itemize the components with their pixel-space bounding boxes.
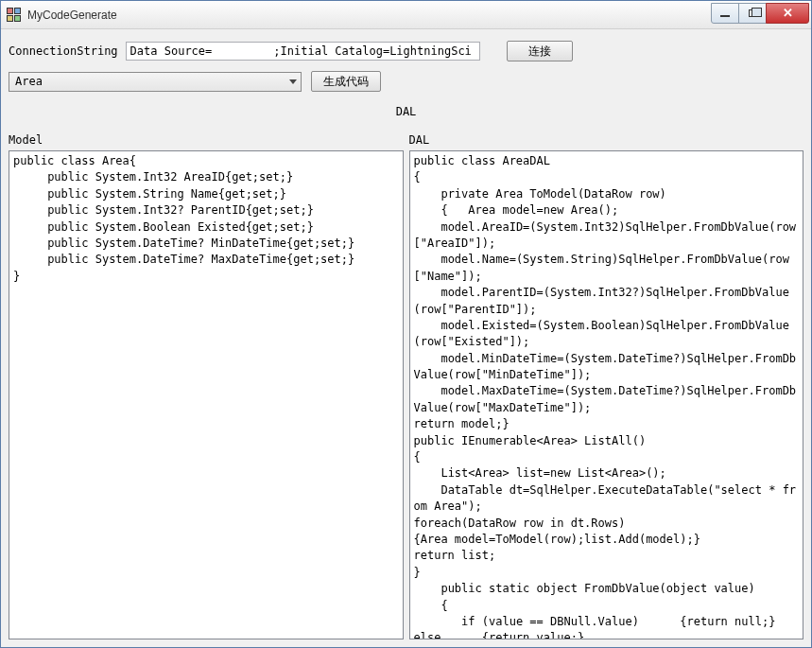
generate-button[interactable]: 生成代码	[311, 71, 381, 92]
generate-row: Area 生成代码	[9, 71, 803, 92]
dal-panel: DAL	[409, 133, 804, 639]
model-panel: Model	[9, 133, 404, 639]
close-icon: ✕	[783, 6, 793, 20]
dal-code-textarea[interactable]	[409, 150, 804, 639]
dal-panel-label: DAL	[409, 133, 804, 147]
table-combo[interactable]: Area	[9, 72, 302, 92]
client-area: ConnectionString 连接 Area 生成代码 DAL Model …	[1, 29, 811, 647]
minimize-button[interactable]	[711, 3, 739, 24]
maximize-icon	[749, 9, 757, 17]
window-title: MyCodeGenerate	[27, 9, 117, 22]
conn-label: ConnectionString	[9, 44, 118, 58]
model-panel-label: Model	[9, 133, 404, 147]
dal-center-label: DAL	[9, 105, 803, 118]
app-icon	[7, 8, 22, 23]
maximize-button[interactable]	[738, 3, 767, 24]
panels: Model DAL	[9, 133, 803, 639]
minimize-icon	[720, 15, 730, 17]
combo-selected-text: Area	[15, 75, 43, 88]
window-controls: ✕	[712, 3, 809, 24]
connection-string-input[interactable]	[126, 42, 480, 61]
app-window: MyCodeGenerate ✕ ConnectionString 连接 Are…	[0, 0, 812, 648]
titlebar-left: MyCodeGenerate	[7, 8, 117, 23]
chevron-down-icon	[284, 73, 301, 91]
model-code-textarea[interactable]	[9, 150, 404, 639]
connect-button[interactable]: 连接	[507, 41, 573, 61]
connection-row: ConnectionString 连接	[9, 41, 803, 61]
close-button[interactable]: ✕	[766, 3, 809, 24]
titlebar[interactable]: MyCodeGenerate ✕	[1, 1, 811, 29]
